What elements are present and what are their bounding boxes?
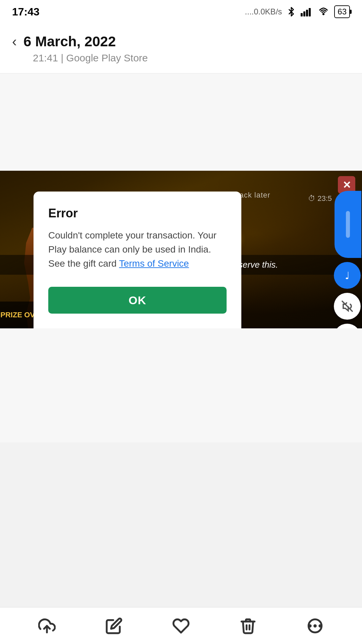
network-speed: ....0.0KB/s — [245, 7, 282, 16]
game-background: ✕ Event has not yet started. Please come… — [0, 171, 362, 328]
error-body: Couldn't complete your transaction. Your… — [48, 228, 227, 271]
scroll-handle-indicator — [346, 211, 350, 238]
floating-mute-button[interactable] — [334, 293, 361, 320]
wifi-icon — [317, 7, 329, 16]
svg-rect-2 — [306, 10, 308, 16]
floating-scroll-handle[interactable] — [335, 191, 361, 258]
share-icon — [38, 617, 56, 635]
bottom-toolbar — [0, 607, 362, 644]
more-button[interactable] — [305, 616, 325, 636]
error-dialog: Error Couldn't complete your transaction… — [34, 192, 241, 328]
svg-point-7 — [314, 625, 316, 626]
header-subtitle: 21:41 | Google Play Store — [12, 52, 350, 64]
signal-icon — [301, 7, 313, 16]
bluetooth-icon — [287, 7, 296, 16]
edit-icon — [105, 617, 123, 635]
battery-indicator: 63 — [334, 5, 350, 18]
top-whitespace — [0, 73, 362, 171]
svg-rect-0 — [301, 13, 303, 16]
svg-rect-3 — [309, 8, 311, 16]
clock-icon: ⏱ — [308, 194, 315, 203]
more-icon — [306, 617, 324, 635]
timer-value: 23:5 — [317, 194, 332, 203]
header-separator: | — [61, 52, 66, 63]
header-source: Google Play Store — [66, 52, 148, 63]
favorite-button[interactable] — [171, 616, 191, 636]
header-time: 21:41 — [33, 52, 58, 63]
header: ‹ 6 March, 2022 21:41 | Google Play Stor… — [0, 23, 362, 73]
svg-point-9 — [309, 625, 311, 626]
screenshot-area: ✕ Event has not yet started. Please come… — [0, 171, 362, 328]
mute-icon — [341, 300, 353, 312]
bottom-whitespace — [0, 328, 362, 442]
header-top: ‹ 6 March, 2022 — [12, 34, 350, 50]
status-bar: 17:43 ....0.0KB/s 63 — [0, 0, 362, 23]
floating-more-button[interactable]: ••• — [334, 324, 361, 328]
error-link[interactable]: Terms of Service — [119, 258, 189, 269]
share-button[interactable] — [37, 616, 57, 636]
trash-icon — [239, 617, 257, 635]
floating-music-button[interactable]: ♩ — [334, 262, 361, 289]
edit-button[interactable] — [104, 616, 124, 636]
svg-rect-1 — [303, 11, 305, 16]
status-icons: ....0.0KB/s 63 — [245, 5, 350, 18]
game-timer: ⏱ 23:5 — [308, 194, 332, 203]
ok-button[interactable]: OK — [48, 287, 227, 314]
error-title: Error — [48, 206, 227, 220]
svg-point-8 — [319, 625, 321, 626]
svg-point-4 — [323, 13, 324, 15]
floating-panel: ♩ ••• — [334, 191, 362, 328]
status-time: 17:43 — [12, 6, 40, 18]
header-date: 6 March, 2022 — [23, 34, 116, 50]
back-button[interactable]: ‹ — [12, 35, 17, 49]
delete-button[interactable] — [238, 616, 258, 636]
music-icon: ♩ — [345, 270, 350, 281]
heart-icon — [172, 617, 190, 635]
